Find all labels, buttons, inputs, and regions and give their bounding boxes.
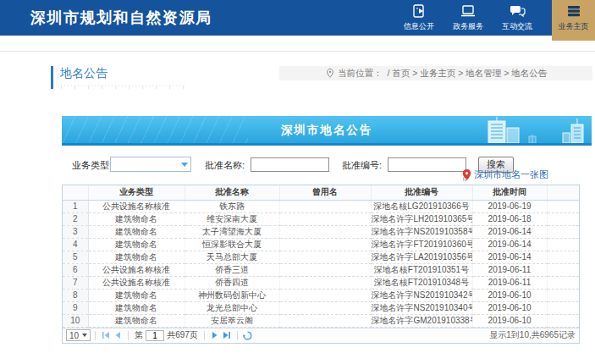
- table-row[interactable]: 3建筑物命名太子湾望海大厦深地名许字NS201910358号2019-06-14: [63, 225, 579, 238]
- banner-title: 深圳市地名公告: [62, 123, 592, 138]
- next-page-icon: [211, 331, 219, 339]
- table-cell: 2019-06-19: [472, 200, 547, 212]
- table-cell: 深地名核LG201910366号: [371, 200, 472, 212]
- table-cell: 铁东路: [185, 200, 279, 212]
- table-cell: 太子湾望海大厦: [185, 225, 279, 238]
- table-cell: 深地名许字FT201910360号: [371, 238, 472, 251]
- table-cell: 6: [63, 263, 88, 276]
- first-page-icon: [102, 331, 110, 339]
- prev-page-button[interactable]: [112, 329, 124, 341]
- col-header-approval-date[interactable]: 批准时间: [472, 185, 547, 200]
- nav-item-business-home[interactable]: 业务主页: [552, 0, 595, 41]
- pager-divider: [237, 331, 238, 340]
- table-cell-spacer: [547, 225, 579, 238]
- table-cell: 侨香四道: [185, 276, 279, 289]
- nav-item-interaction[interactable]: 互动交流: [493, 0, 542, 36]
- nav-label: 政务服务: [443, 21, 493, 32]
- pagination-bar: 10 第 共697页: [63, 328, 579, 343]
- page-number-group: 第 共697页: [135, 329, 198, 341]
- first-page-button[interactable]: [100, 329, 112, 341]
- table-row[interactable]: 2建筑物命名维安深南大厦深地名许字LH201910365号2019-06-18: [63, 212, 579, 225]
- col-header-approval-no[interactable]: 批准编号: [371, 185, 472, 200]
- table-cell: 1: [63, 200, 88, 212]
- table-row[interactable]: 9建筑物命名龙光总部中心深地名许字NS201910340号2019-06-10: [63, 301, 579, 314]
- nav-item-info-disclosure[interactable]: 信息公开: [394, 0, 443, 36]
- business-type-select[interactable]: [110, 157, 191, 172]
- table-cell: 9: [63, 301, 88, 314]
- table-cell: 深地名许字NS201910342号: [371, 289, 472, 301]
- approved-name-label: 批准名称:: [205, 159, 245, 172]
- nav-item-gov-services[interactable]: 政务服务: [443, 0, 493, 36]
- table-cell: 公共设施名称核准: [88, 263, 185, 276]
- table-cell: [279, 289, 371, 301]
- page-size-select[interactable]: 10: [66, 329, 91, 341]
- col-header-former-name[interactable]: 曾用名: [279, 185, 371, 200]
- table-cell: 深地名许字GM201910338号: [371, 314, 472, 327]
- table-cell-spacer: [547, 301, 579, 314]
- breadcrumb-label: 当前位置：: [338, 68, 383, 80]
- table-cell: 建筑物命名: [88, 225, 185, 238]
- last-page-icon: [223, 331, 231, 339]
- table-cell: 10: [63, 314, 88, 327]
- last-page-button[interactable]: [221, 329, 233, 341]
- table-row[interactable]: 4建筑物命名恒深影联合大厦深地名许字FT201910360号2019-06-14: [63, 238, 579, 251]
- table-cell: [279, 263, 371, 276]
- table-cell: [279, 212, 371, 225]
- section-header: 地名公告 |'''|'''|'''|'''|'''|'''|'''|'''|''…: [51, 66, 185, 89]
- approval-no-label: 批准编号:: [342, 159, 382, 172]
- approved-name-input[interactable]: [251, 157, 329, 172]
- table-cell: [279, 225, 371, 238]
- table-cell: 建筑物命名: [88, 301, 185, 314]
- table-cell: 2019-06-11: [472, 263, 547, 276]
- table-cell: 公共设施名称核准: [88, 276, 185, 289]
- nav-label: 互动交流: [493, 21, 542, 32]
- table-cell: 建筑物命名: [88, 314, 185, 327]
- refresh-button[interactable]: [242, 329, 254, 341]
- table-cell-spacer: [547, 276, 579, 289]
- next-page-button[interactable]: [209, 329, 221, 341]
- business-type-label: 业务类型:: [72, 159, 112, 172]
- table-cell: 8: [63, 289, 88, 301]
- table-cell-spacer: [547, 212, 579, 225]
- col-header-spacer: [547, 185, 579, 200]
- table-cell: [279, 238, 371, 251]
- table-cell: 公共设施名称核准: [88, 200, 185, 212]
- table-cell: [279, 301, 371, 314]
- col-header-approved-name[interactable]: 批准名称: [185, 185, 279, 200]
- table-row[interactable]: 6公共设施名称核准侨香三道深地名核FT201910351号2019-06-11: [63, 263, 579, 276]
- table-cell-spacer: [547, 251, 579, 263]
- table-cell: 侨香三道: [185, 263, 279, 276]
- table-cell: 深地名许字LH201910365号: [371, 212, 472, 225]
- table-cell-spacer: [547, 200, 579, 212]
- monitor-icon: [443, 3, 493, 20]
- table-header-row: 业务类型 批准名称 曾用名 批准编号 批准时间: [63, 185, 579, 200]
- nav-label: 业务主页: [552, 21, 595, 32]
- announcement-table: 业务类型 批准名称 曾用名 批准编号 批准时间 1公共设施名称核准铁东路深地名核…: [63, 185, 579, 328]
- table-row[interactable]: 5建筑物命名天马总部大厦深地名许字LA201910356号2019-06-14: [63, 251, 579, 263]
- table-row[interactable]: 1公共设施名称核准铁东路深地名核LG201910366号2019-06-19: [63, 200, 579, 212]
- table-cell: 2019-06-18: [472, 212, 547, 225]
- prev-page-icon: [113, 331, 122, 339]
- page-number-input[interactable]: [146, 330, 164, 341]
- table-cell: 天马总部大厦: [185, 251, 279, 263]
- nav-label: 信息公开: [394, 21, 443, 32]
- breadcrumb-path[interactable]: / 首页 > 业务主页 > 地名管理 > 地名公告: [388, 68, 548, 80]
- table-row[interactable]: 8建筑物命名神州数码创新中心深地名许字NS201910342号2019-06-1…: [63, 289, 579, 301]
- approval-no-input[interactable]: [388, 157, 466, 172]
- table-cell: [279, 200, 371, 212]
- table-cell: 2019-06-10: [472, 314, 547, 327]
- table-cell: 深地名许字LA201910356号: [371, 251, 472, 263]
- city-map-link[interactable]: 深圳市地名一张图: [462, 169, 548, 181]
- location-pin-icon: [327, 69, 333, 78]
- col-header-business-type[interactable]: 业务类型: [88, 185, 185, 200]
- site-title: 深圳市规划和自然资源局: [30, 8, 212, 28]
- table-row[interactable]: 10建筑物命名安居萃云阁深地名许字GM201910338号2019-06-10: [63, 314, 579, 327]
- page-prefix: 第: [135, 329, 143, 341]
- pager-divider: [95, 331, 96, 340]
- city-map-link-text: 深圳市地名一张图: [474, 169, 548, 180]
- table-cell: 2019-06-10: [472, 301, 547, 314]
- pager-divider: [128, 331, 129, 340]
- table-row[interactable]: 7公共设施名称核准侨香四道深地名核FT201910348号2019-06-11: [63, 276, 579, 289]
- top-header-bar: 深圳市规划和自然资源局 信息公开 政务服务 互动交流 业务主页: [0, 0, 595, 36]
- table-cell: 3: [63, 225, 88, 238]
